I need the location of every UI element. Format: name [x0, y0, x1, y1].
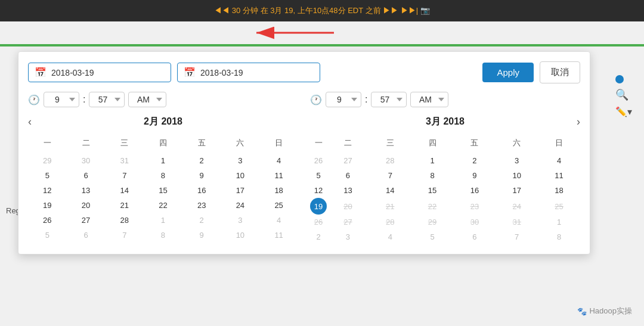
calendar-day[interactable]: 21	[369, 198, 411, 215]
start-hour-select[interactable]: 9	[44, 92, 79, 107]
calendar-day[interactable]: 28	[105, 213, 144, 228]
start-ampm-select[interactable]: AM PM	[128, 92, 166, 107]
calendar-day[interactable]: 9	[182, 168, 221, 183]
calendar-day[interactable]: 4	[259, 153, 298, 168]
calendar-day[interactable]: 8	[411, 168, 454, 183]
calendar-day[interactable]: 26	[310, 153, 327, 168]
calendar-day[interactable]: 1	[538, 215, 580, 229]
calendar-day[interactable]: 31	[496, 215, 538, 229]
calendar-day[interactable]: 29	[411, 215, 454, 229]
calendar-day[interactable]: 2	[453, 153, 496, 168]
calendar-day[interactable]: 15	[144, 183, 182, 198]
calendar-day[interactable]: 1	[144, 153, 182, 168]
calendar-day[interactable]: 20	[67, 198, 106, 213]
calendar-day[interactable]: 4	[538, 153, 580, 168]
end-date-input[interactable]	[200, 68, 314, 77]
calendar-day[interactable]: 16	[182, 183, 221, 198]
end-hour-select[interactable]: 9	[326, 92, 361, 107]
calendar-day[interactable]: 14	[369, 183, 411, 198]
calendar-day[interactable]: 3	[496, 153, 538, 168]
calendar-day[interactable]: 15	[411, 183, 454, 198]
calendar-day[interactable]: 10	[221, 228, 260, 243]
calendar-day[interactable]: 11	[538, 168, 580, 183]
calendar-day[interactable]: 5	[310, 168, 327, 183]
calendar-day[interactable]: 24	[221, 198, 260, 213]
pencil-icon[interactable]: ✏️▾	[615, 106, 632, 117]
calendar-day[interactable]: 5	[28, 228, 67, 243]
calendar-day[interactable]: 25	[259, 198, 298, 213]
calendar-day[interactable]: 4	[369, 229, 411, 244]
calendar-day[interactable]: 12	[28, 183, 67, 198]
calendar-day[interactable]: 2	[182, 213, 221, 228]
end-date-input-wrapper[interactable]: 📅	[177, 63, 320, 82]
calendar-day[interactable]: 9	[182, 228, 221, 243]
calendar-day[interactable]: 17	[221, 183, 260, 198]
calendar-day[interactable]: 25	[538, 198, 580, 215]
prev-month-arrow[interactable]: ‹	[28, 116, 32, 128]
calendar-day[interactable]: 5	[28, 168, 67, 183]
calendar-day[interactable]: 2	[182, 153, 221, 168]
calendar-day[interactable]: 23	[453, 198, 496, 215]
calendar-day[interactable]: 12	[310, 183, 327, 198]
calendar-day[interactable]: 7	[105, 228, 144, 243]
calendar-day[interactable]: 28	[369, 153, 411, 168]
calendar-day[interactable]: 27	[67, 213, 106, 228]
start-date-input-wrapper[interactable]: 📅	[28, 63, 171, 82]
magnify-icon[interactable]: 🔍	[615, 88, 632, 101]
calendar-day[interactable]: 7	[105, 168, 144, 183]
calendar-day[interactable]: 18	[259, 183, 298, 198]
calendar-day[interactable]: 9	[453, 168, 496, 183]
calendar-day[interactable]: 13	[327, 183, 369, 198]
next-month-arrow[interactable]: ›	[577, 116, 580, 128]
calendar-day[interactable]: 28	[369, 215, 411, 229]
calendar-day[interactable]: 7	[496, 229, 538, 244]
calendar-day[interactable]: 21	[105, 198, 144, 213]
calendar-day[interactable]: 13	[67, 183, 106, 198]
calendar-day[interactable]: 6	[453, 229, 496, 244]
calendar-day[interactable]: 8	[538, 229, 580, 244]
apply-button[interactable]: Apply	[482, 63, 534, 82]
calendar-day[interactable]: 30	[453, 215, 496, 229]
calendar-day[interactable]: 29	[28, 153, 67, 168]
calendar-day[interactable]: 16	[453, 183, 496, 198]
calendar-day[interactable]: 19	[310, 198, 327, 215]
calendar-day[interactable]: 11	[259, 228, 298, 243]
end-ampm-select[interactable]: AM PM	[410, 92, 448, 107]
calendar-day[interactable]: 3	[327, 229, 369, 244]
calendar-day[interactable]: 6	[67, 168, 106, 183]
calendar-day[interactable]: 6	[327, 168, 369, 183]
calendar-day[interactable]: 11	[259, 168, 298, 183]
calendar-day[interactable]: 30	[67, 153, 106, 168]
calendar-day[interactable]: 22	[144, 198, 182, 213]
calendar-day[interactable]: 22	[411, 198, 454, 215]
calendar-day[interactable]: 17	[496, 183, 538, 198]
calendar-day[interactable]: 8	[144, 168, 182, 183]
calendar-day[interactable]: 3	[221, 213, 260, 228]
start-date-input[interactable]	[51, 68, 165, 77]
calendar-day[interactable]: 27	[327, 215, 369, 229]
calendar-day[interactable]: 3	[221, 153, 260, 168]
calendar-day[interactable]: 6	[67, 228, 106, 243]
calendar-day[interactable]: 5	[411, 229, 454, 244]
calendar-day[interactable]: 19	[28, 198, 67, 213]
calendar-day[interactable]: 2	[310, 229, 327, 244]
calendar-day[interactable]: 26	[28, 213, 67, 228]
calendar-day[interactable]: 10	[496, 168, 538, 183]
calendar-day[interactable]: 27	[327, 153, 369, 168]
calendar-day[interactable]: 20	[327, 198, 369, 215]
calendar-day[interactable]: 26	[310, 215, 327, 229]
calendar-day[interactable]: 14	[105, 183, 144, 198]
end-minute-select[interactable]: 57	[371, 92, 407, 107]
calendar-day[interactable]: 4	[259, 213, 298, 228]
calendar-day[interactable]: 31	[105, 153, 144, 168]
calendar-day[interactable]: 7	[369, 168, 411, 183]
calendar-day[interactable]: 23	[182, 198, 221, 213]
calendar-day[interactable]: 10	[221, 168, 260, 183]
calendar-day[interactable]: 24	[496, 198, 538, 215]
start-minute-select[interactable]: 57	[89, 92, 125, 107]
calendar-day[interactable]: 8	[144, 228, 182, 243]
cancel-button[interactable]: 取消	[540, 61, 580, 83]
calendar-day[interactable]: 1	[411, 153, 454, 168]
calendar-day[interactable]: 18	[538, 183, 580, 198]
calendar-day[interactable]: 1	[144, 213, 182, 228]
